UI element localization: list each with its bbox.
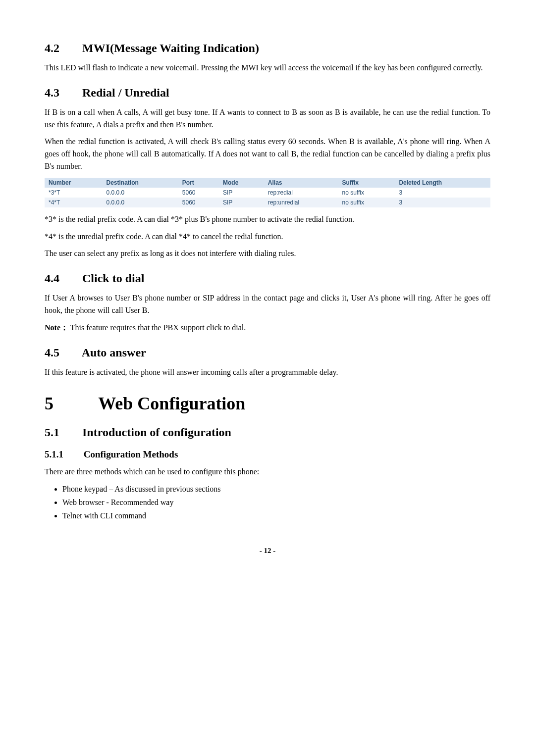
col-alias: Alias xyxy=(264,178,338,188)
section-4-4-note: Note： This feature requires that the PBX… xyxy=(45,322,490,334)
table-header-row: Number Destination Port Mode Alias Suffi… xyxy=(45,178,490,188)
section-5-1-number: 5.1 xyxy=(45,426,79,439)
redial-prefix-table: Number Destination Port Mode Alias Suffi… xyxy=(45,178,490,207)
section-5-1-1-title: Configuration Methods xyxy=(84,449,178,459)
chapter-5-heading: 5 Web Configuration xyxy=(45,393,490,414)
table-row: *3*T 0.0.0.0 5060 SIP rep:redial no suff… xyxy=(45,188,490,198)
section-4-3-paragraph-3: *3* is the redial prefix code. A can dia… xyxy=(45,213,490,226)
cell-number: *3*T xyxy=(45,188,103,198)
section-4-3-paragraph-5: The user can select any prefix as long a… xyxy=(45,248,490,260)
section-4-2-number: 4.2 xyxy=(45,42,79,55)
cell-alias: rep:redial xyxy=(264,188,338,198)
section-5-1-1-heading: 5.1.1 Configuration Methods xyxy=(45,449,490,460)
chapter-5-title: Web Configuration xyxy=(98,394,245,413)
cell-port: 5060 xyxy=(178,198,219,207)
page-number: - 12 - xyxy=(45,547,490,555)
table-row: *4*T 0.0.0.0 5060 SIP rep:unredial no su… xyxy=(45,198,490,207)
cell-destination: 0.0.0.0 xyxy=(103,188,178,198)
cell-mode: SIP xyxy=(219,188,264,198)
section-4-5-heading: 4.5 Auto answer xyxy=(45,346,490,359)
section-4-4-number: 4.4 xyxy=(45,272,79,285)
section-4-5-title: Auto answer xyxy=(82,346,146,359)
section-4-2-heading: 4.2 MWI(Message Waiting Indication) xyxy=(45,42,490,55)
section-4-3-paragraph-2: When the redial function is activated, A… xyxy=(45,136,490,172)
cell-number: *4*T xyxy=(45,198,103,207)
list-item: Telnet with CLI command xyxy=(62,510,490,522)
section-4-3-number: 4.3 xyxy=(45,86,79,100)
section-4-4-title: Click to dial xyxy=(82,272,144,285)
cell-suffix: no suffix xyxy=(338,198,395,207)
col-deleted-length: Deleted Length xyxy=(395,178,490,188)
col-port: Port xyxy=(178,178,219,188)
section-4-3-heading: 4.3 Redial / Unredial xyxy=(45,86,490,100)
section-5-1-heading: 5.1 Introduction of configuration xyxy=(45,426,490,439)
section-5-1-1-paragraph: There are three methods which can be use… xyxy=(45,466,490,478)
section-4-5-paragraph: If this feature is activated, the phone … xyxy=(45,366,490,379)
section-4-3-paragraph-4: *4* is the unredial prefix code. A can d… xyxy=(45,231,490,243)
cell-port: 5060 xyxy=(178,188,219,198)
note-text: This feature requires that the PBX suppo… xyxy=(70,323,246,332)
col-mode: Mode xyxy=(219,178,264,188)
col-destination: Destination xyxy=(103,178,178,188)
section-4-2-paragraph: This LED will flash to indicate a new vo… xyxy=(45,62,490,74)
section-4-2-title: MWI(Message Waiting Indication) xyxy=(82,42,259,54)
section-4-5-number: 4.5 xyxy=(45,346,79,359)
cell-suffix: no suffix xyxy=(338,188,395,198)
cell-alias: rep:unredial xyxy=(264,198,338,207)
cell-deleted-length: 3 xyxy=(395,188,490,198)
list-item: Phone keypad – As discussed in previous … xyxy=(62,483,490,495)
section-4-4-paragraph-1: If User A browses to User B's phone numb… xyxy=(45,292,490,317)
section-5-1-title: Introduction of configuration xyxy=(82,426,231,439)
note-label: Note： xyxy=(45,323,68,332)
cell-deleted-length: 3 xyxy=(395,198,490,207)
col-suffix: Suffix xyxy=(338,178,395,188)
cell-destination: 0.0.0.0 xyxy=(103,198,178,207)
col-number: Number xyxy=(45,178,103,188)
chapter-5-number: 5 xyxy=(45,393,94,414)
section-5-1-1-number: 5.1.1 xyxy=(45,449,81,460)
section-4-3-paragraph-1: If B is on a call when A calls, A will g… xyxy=(45,106,490,131)
config-methods-list: Phone keypad – As discussed in previous … xyxy=(45,483,490,522)
cell-mode: SIP xyxy=(219,198,264,207)
list-item: Web browser - Recommended way xyxy=(62,497,490,508)
section-4-4-heading: 4.4 Click to dial xyxy=(45,272,490,285)
section-4-3-title: Redial / Unredial xyxy=(82,86,169,99)
